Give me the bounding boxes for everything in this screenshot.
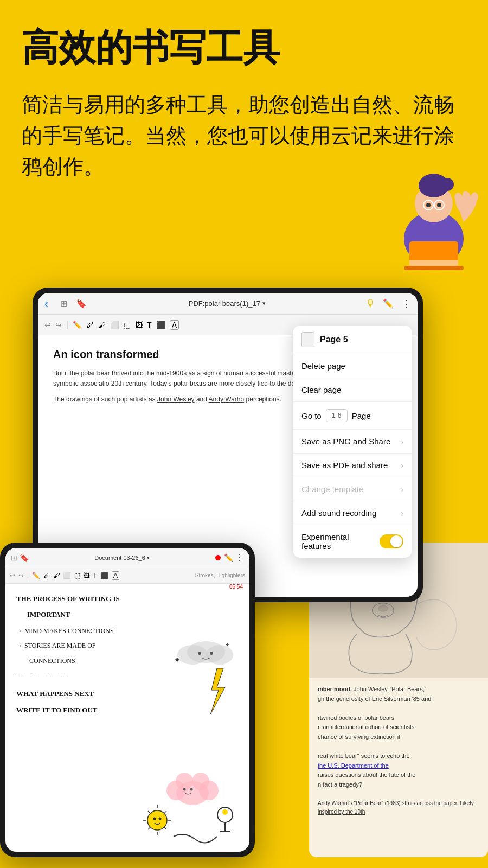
pen-tool[interactable]: 🖊 bbox=[86, 321, 94, 329]
secondary-bookmark-icon[interactable]: 🔖 bbox=[20, 553, 29, 562]
main-toolbar-top: ‹ ⊞ 🔖 PDF:polar bears(1)_17 ▾ 🎙 ✏️ ⋮ bbox=[38, 293, 418, 315]
popup-menu: Page 5 Delete page Clear page Go to Page bbox=[293, 326, 412, 558]
svg-point-7 bbox=[426, 203, 431, 207]
s-image[interactable]: 🖼 bbox=[84, 572, 90, 579]
grid-icon[interactable]: ⊞ bbox=[60, 298, 67, 309]
svg-line-37 bbox=[148, 827, 150, 829]
main-title: 高效的书写工具 bbox=[22, 27, 466, 68]
s-undo[interactable]: ↩ bbox=[10, 572, 15, 579]
secondary-pen-icon[interactable]: ✏️ bbox=[224, 553, 233, 562]
s-select[interactable]: ⬚ bbox=[74, 572, 80, 579]
experimental-item[interactable]: Experimental features bbox=[293, 525, 412, 558]
svg-text:✦: ✦ bbox=[225, 642, 229, 648]
secondary-more-icon[interactable]: ⋮ bbox=[235, 552, 244, 563]
add-sound-item[interactable]: Add sound recording › bbox=[293, 501, 412, 525]
svg-point-23 bbox=[183, 788, 186, 791]
cont-line6: chance of surviving extinction if bbox=[318, 732, 479, 742]
s-pen[interactable]: 🖊 bbox=[43, 572, 50, 579]
svg-rect-10 bbox=[404, 266, 464, 270]
more-icon[interactable]: ⋮ bbox=[401, 298, 411, 310]
svg-point-14 bbox=[206, 645, 233, 665]
secondary-tools-row: ↩ ↪ | ✏️ 🖊 🖌 ⬜ ⬚ 🖼 T ⬛ A Strokes, Highli… bbox=[5, 567, 249, 584]
image-tool[interactable]: 🖼 bbox=[135, 321, 143, 329]
s-eraser[interactable]: ⬜ bbox=[63, 572, 71, 579]
svg-line-34 bbox=[148, 811, 150, 813]
chevron-right-icon: › bbox=[401, 437, 403, 446]
doodle-area: ✦ ✦ bbox=[141, 620, 249, 852]
secondary-toolbar: ⊞ 🔖 Document 03-26_6 ▾ ✏️ ⋮ bbox=[5, 548, 249, 567]
select-tool[interactable]: ⬚ bbox=[124, 321, 131, 329]
cont-line11: n fact a tragedy? bbox=[318, 780, 479, 790]
bookmark-icon[interactable]: 🔖 bbox=[76, 298, 87, 309]
cont-line4: rtwined bodies of polar bears bbox=[318, 713, 479, 723]
cont-line8: reat white bear" seems to echo the bbox=[318, 751, 479, 761]
s-highlight[interactable]: 🖌 bbox=[53, 572, 60, 579]
goto-row: Go to Page bbox=[301, 409, 371, 422]
svg-point-3 bbox=[441, 178, 454, 191]
redo-button[interactable]: ↪ bbox=[55, 321, 62, 329]
secondary-grid-icon[interactable]: ⊞ bbox=[11, 553, 17, 562]
goto-item[interactable]: Go to Page bbox=[293, 402, 412, 430]
s-text[interactable]: T bbox=[93, 572, 97, 579]
cont-line5: r, an international cohort of scientists bbox=[318, 723, 479, 732]
cont-line9: the U.S. Department of the bbox=[318, 761, 479, 771]
svg-line-36 bbox=[164, 811, 166, 813]
back-button[interactable]: ‹ bbox=[44, 297, 48, 310]
hw-line-1: The Process of Writing is bbox=[16, 592, 239, 605]
chevron-right-icon-3: › bbox=[401, 485, 403, 494]
svg-point-13 bbox=[177, 645, 208, 665]
secondary-doc-title: Document 03-26_6 ▾ bbox=[29, 554, 215, 561]
devices-section: ‹ ⊞ 🔖 PDF:polar bears(1)_17 ▾ 🎙 ✏️ ⋮ ↩ ↪… bbox=[0, 288, 488, 868]
cont-line10: raises questions about the fate of the bbox=[318, 770, 479, 780]
svg-point-21 bbox=[176, 773, 193, 790]
svg-point-8 bbox=[437, 203, 441, 207]
shape-tool[interactable]: ⬛ bbox=[156, 321, 165, 329]
eraser-tool[interactable]: ⬜ bbox=[110, 321, 119, 329]
strokes-label: Strokes, Highlighters bbox=[195, 572, 245, 578]
page-icon bbox=[301, 332, 314, 347]
top-section: 高效的书写工具 简洁与易用的多种工具，助您创造出自然、流畅的手写笔记。当然，您也… bbox=[0, 0, 488, 182]
tablet-secondary: ⊞ 🔖 Document 03-26_6 ▾ ✏️ ⋮ ↩ ↪ | ✏️ 🖊 🖌… bbox=[0, 542, 255, 857]
popup-page-label: Page 5 bbox=[320, 335, 348, 344]
svg-line-35 bbox=[164, 827, 166, 829]
character-illustration bbox=[380, 152, 488, 271]
chevron-right-icon-2: › bbox=[401, 461, 403, 470]
svg-text:✦: ✦ bbox=[174, 655, 181, 665]
pencil-tool[interactable]: ✏️ bbox=[73, 321, 82, 329]
clear-page-item[interactable]: Clear page bbox=[293, 378, 412, 402]
svg-point-48 bbox=[378, 605, 388, 611]
svg-point-15 bbox=[198, 652, 201, 655]
svg-point-39 bbox=[222, 809, 228, 815]
svg-point-24 bbox=[190, 788, 193, 791]
font-tool[interactable]: A bbox=[170, 320, 179, 330]
change-template-item[interactable]: Change template › bbox=[293, 477, 412, 501]
doc-title: PDF:polar bears(1)_17 ▾ bbox=[93, 299, 361, 308]
popup-header: Page 5 bbox=[293, 326, 412, 354]
cont-line1: mber mood. John Wesley, 'Polar Bears,' bbox=[318, 685, 479, 694]
mic-icon[interactable]: 🎙 bbox=[365, 298, 375, 309]
undo-button[interactable]: ↩ bbox=[44, 321, 51, 329]
save-png-item[interactable]: Save as PNG and Share › bbox=[293, 430, 412, 454]
chevron-right-icon-4: › bbox=[401, 509, 403, 518]
s-shape[interactable]: ⬛ bbox=[100, 572, 108, 579]
svg-point-16 bbox=[210, 652, 213, 655]
svg-rect-11 bbox=[409, 260, 458, 266]
text-tool[interactable]: T bbox=[147, 321, 152, 329]
cont-line13: Andy Warhol's "Polar Bear" (1983) struts… bbox=[318, 799, 479, 816]
svg-marker-17 bbox=[210, 668, 225, 714]
s-redo[interactable]: ↪ bbox=[18, 572, 24, 579]
handwriting-content: The Process of Writing is Important → Mi… bbox=[5, 584, 249, 852]
goto-input[interactable] bbox=[326, 409, 348, 422]
cont-line2: gh the generosity of Eric Silverman '85 … bbox=[318, 694, 479, 704]
svg-point-27 bbox=[147, 810, 167, 830]
highlighter-tool[interactable]: 🖌 bbox=[98, 321, 106, 329]
save-pdf-item[interactable]: Save as PDF and share › bbox=[293, 454, 412, 477]
s-fontA[interactable]: A bbox=[112, 571, 119, 580]
delete-page-item[interactable]: Delete page bbox=[293, 354, 412, 378]
s-pencil[interactable]: ✏️ bbox=[32, 572, 40, 579]
experimental-toggle[interactable] bbox=[380, 534, 403, 548]
pen-icon[interactable]: ✏️ bbox=[383, 298, 394, 309]
pdf-continuation-text: mber mood. John Wesley, 'Polar Bears,' g… bbox=[309, 678, 488, 823]
svg-point-28 bbox=[153, 818, 156, 820]
svg-point-22 bbox=[192, 773, 209, 790]
